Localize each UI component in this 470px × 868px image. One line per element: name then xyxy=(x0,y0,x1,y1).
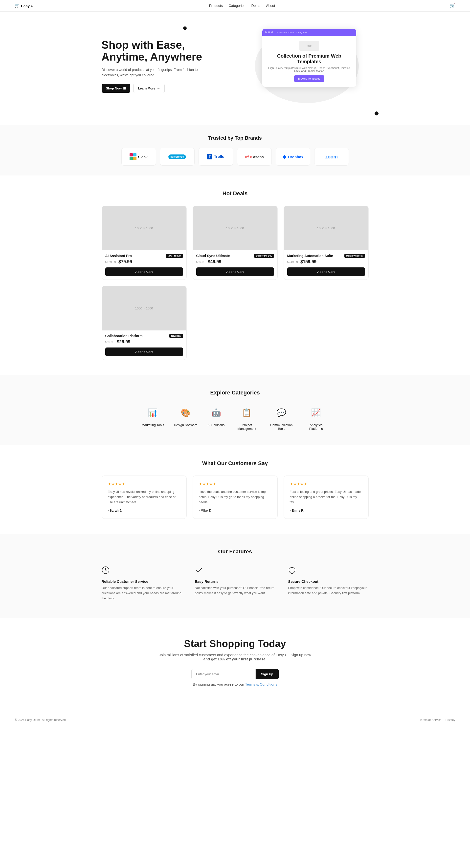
asana-name: asana xyxy=(253,155,264,159)
cta-legal: By signing up, you agree to our Terms & … xyxy=(15,682,455,686)
brand-slack: Slack xyxy=(121,148,156,165)
category-communication[interactable]: 💬 Communication Tools xyxy=(269,405,294,431)
nav-deals[interactable]: Deals xyxy=(251,4,260,8)
hot-deals-section: Hot Deals 1000 × 1000 AI Assistant Pro N… xyxy=(87,176,383,375)
deal-name-4: Collaboration Platform xyxy=(105,334,143,338)
feature-desc-3: Shop with confidence. Our secure checkou… xyxy=(288,586,369,596)
deal-current-4: $29.99 xyxy=(117,339,130,344)
decoration-dot-top xyxy=(183,26,187,30)
add-to-cart-2[interactable]: Add to Cart xyxy=(196,268,274,276)
category-label-communication: Communication Tools xyxy=(269,423,294,431)
nav-about[interactable]: About xyxy=(266,4,275,8)
deals-grid-row2: 1000 × 1000 Collaboration Platform New D… xyxy=(101,286,369,360)
testimonial-author-3: - Emily R. xyxy=(290,509,304,513)
nav-products[interactable]: Products xyxy=(209,4,223,8)
communication-icon: 💬 xyxy=(273,405,289,421)
hot-deals-title: Hot Deals xyxy=(101,190,369,197)
signup-button[interactable]: Sign Up xyxy=(256,669,278,679)
category-label-design: Design Software xyxy=(174,423,198,427)
category-ai[interactable]: 🤖 AI Solutions xyxy=(207,405,225,431)
nav-logo[interactable]: 🛒 Easy UI xyxy=(15,3,34,8)
cart-icon[interactable]: 🛒 xyxy=(450,3,455,8)
hero-buttons: Shop Now ⊞ Learn More → xyxy=(101,84,205,93)
deal-card-4: 1000 × 1000 Collaboration Platform New D… xyxy=(101,286,187,360)
hero-mockup: Easy UI · Products · Categories logo Col… xyxy=(262,29,356,87)
deal-badge-1: New Product xyxy=(166,254,183,258)
deal-image-3: 1000 × 1000 xyxy=(284,206,369,250)
deal-image-1: 1000 × 1000 xyxy=(102,206,186,250)
testimonial-text-1: Easy UI has revolutionized my online sho… xyxy=(108,489,180,505)
navbar: 🛒 Easy UI Products Categories Deals Abou… xyxy=(0,0,470,11)
categories-title: Explore Categories xyxy=(15,390,455,396)
brand-salesforce: salesforce xyxy=(160,148,195,165)
testimonials-title: What Our Customers Say xyxy=(101,460,369,467)
project-icon: 📋 xyxy=(239,405,255,421)
add-to-cart-4[interactable]: Add to Cart xyxy=(105,347,183,356)
testimonial-text-3: Fast shipping and great prices. Easy UI … xyxy=(290,489,362,505)
deal-name-2: Cloud Sync Ultimate xyxy=(196,254,230,258)
testimonials-grid: ★★★★★ Easy UI has revolutionized my onli… xyxy=(101,475,369,519)
deal-body-2: Cloud Sync Ultimate Deal of the Day $89.… xyxy=(193,250,277,280)
hero-text: Shop with Ease, Anytime, Anywhere Discov… xyxy=(101,39,205,93)
shop-now-button[interactable]: Shop Now ⊞ xyxy=(101,84,130,93)
returns-icon xyxy=(195,566,275,576)
testimonial-2: ★★★★★ I love the deals and the customer … xyxy=(193,475,277,519)
hero-heading: Shop with Ease, Anytime, Anywhere xyxy=(101,39,205,63)
logo-text: Easy UI xyxy=(21,4,34,8)
deal-current-3: $159.99 xyxy=(300,259,317,265)
secure-checkout-icon xyxy=(288,566,369,576)
nav-categories[interactable]: Categories xyxy=(229,4,245,8)
feature-desc-2: Not satisfied with your purchase? Our ha… xyxy=(195,586,275,596)
learn-more-button[interactable]: Learn More → xyxy=(133,84,165,93)
cta-description: Join millions of satisfied customers and… xyxy=(15,653,455,661)
email-input[interactable] xyxy=(192,669,256,679)
analytics-icon: 📈 xyxy=(308,405,324,421)
deal-badge-4: New Deal xyxy=(169,334,183,338)
testimonial-3: ★★★★★ Fast shipping and great prices. Ea… xyxy=(284,475,369,519)
feature-title-1: Reliable Customer Service xyxy=(101,579,182,584)
feature-2: Easy Returns Not satisfied with your pur… xyxy=(193,564,277,603)
svg-point-1 xyxy=(292,571,292,572)
features-section: Our Features Reliable Customer Service O… xyxy=(0,534,470,618)
deal-body-1: AI Assistant Pro New Product $129.99 $79… xyxy=(102,250,186,280)
mockup-title: Collection of Premium Web Templates xyxy=(267,53,351,64)
deal-body-3: Marketing Automation Suite Monthly Speci… xyxy=(284,250,369,280)
add-to-cart-1[interactable]: Add to Cart xyxy=(105,268,183,276)
footer-terms[interactable]: Terms of Service xyxy=(419,718,441,722)
category-marketing[interactable]: 📊 Marketing Tools xyxy=(142,405,164,431)
category-analytics[interactable]: 📈 Analytics Platforms xyxy=(303,405,328,431)
mockup-cta-button[interactable]: Browse Templates xyxy=(294,75,324,82)
category-label-ai: AI Solutions xyxy=(207,423,225,427)
hero-description: Discover a world of products at your fin… xyxy=(101,67,205,78)
category-design[interactable]: 🎨 Design Software xyxy=(174,405,198,431)
arrow-right-icon: → xyxy=(157,87,160,90)
brands-section: Trusted by Top Brands Slack salesforce xyxy=(0,125,470,176)
deal-body-4: Collaboration Platform New Deal $59.99 $… xyxy=(102,331,186,360)
add-to-cart-3[interactable]: Add to Cart xyxy=(287,268,365,276)
mockup-bar: Easy UI · Products · Categories xyxy=(262,29,356,36)
brand-dropbox: ◆ Dropbox xyxy=(276,148,310,165)
footer-privacy[interactable]: Privacy xyxy=(445,718,455,722)
deal-card-2: 1000 × 1000 Cloud Sync Ultimate Deal of … xyxy=(193,206,277,280)
mockup-url-bar: Easy UI · Products · Categories xyxy=(276,31,307,34)
footer-links: Terms of Service Privacy xyxy=(419,718,455,722)
testimonial-1: ★★★★★ Easy UI has revolutionized my onli… xyxy=(101,475,187,519)
footer-copyright: © 2024 Easy UI Inc. All rights reserved. xyxy=(15,718,66,722)
feature-1: Reliable Customer Service Our dedicated … xyxy=(99,564,184,603)
deals-grid: 1000 × 1000 AI Assistant Pro New Product… xyxy=(101,206,369,280)
feature-desc-1: Our dedicated support team is here to en… xyxy=(101,586,182,601)
category-project[interactable]: 📋 Project Management xyxy=(234,405,259,431)
cta-title: Start Shopping Today xyxy=(15,638,455,649)
terms-link[interactable]: Terms & Conditions xyxy=(245,682,277,686)
trello-icon: T xyxy=(207,154,212,159)
hero-section: Shop with Ease, Anytime, Anywhere Discov… xyxy=(87,11,383,125)
deal-original-2: $89.99 xyxy=(196,260,205,264)
brands-grid: Slack salesforce T Trello asan xyxy=(15,148,455,165)
categories-section: Explore Categories 📊 Marketing Tools 🎨 D… xyxy=(0,375,470,445)
hero-image-wrap: Easy UI · Products · Categories logo Col… xyxy=(250,26,369,105)
testimonial-author-2: - Mike T. xyxy=(199,509,211,513)
feature-title-2: Easy Returns xyxy=(195,579,275,584)
deal-current-2: $49.99 xyxy=(208,259,221,265)
deal-original-1: $129.99 xyxy=(105,260,116,264)
category-label-analytics: Analytics Platforms xyxy=(303,423,328,431)
